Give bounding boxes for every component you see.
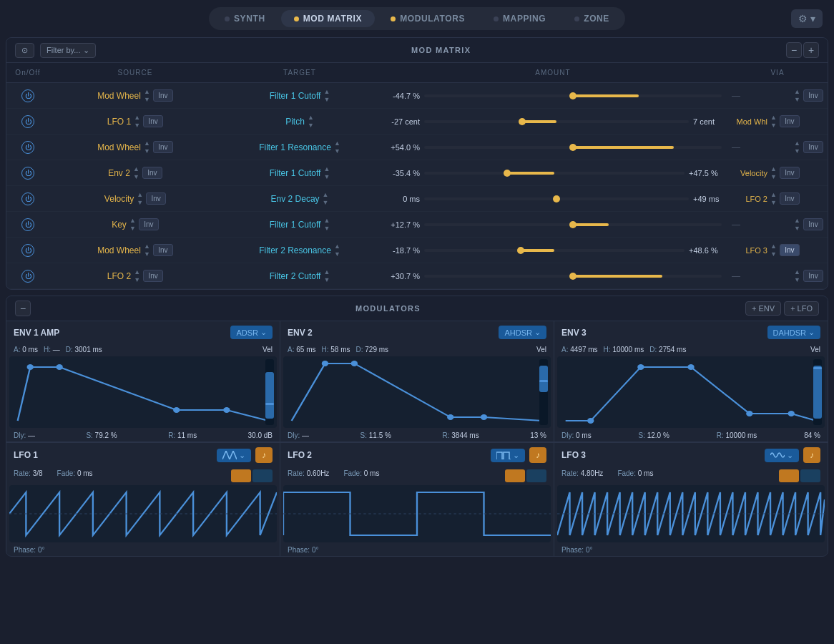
via-arrow-6[interactable]: ▲▼ [794,217,800,232]
tab-zone[interactable]: ZONE [561,10,622,27]
modulators-dot [391,16,396,21]
target-arrow-6[interactable]: ▲▼ [323,217,330,232]
amount-slider-4[interactable] [424,172,685,175]
source-arrow-3[interactable]: ▲▼ [144,140,150,155]
power-button-7[interactable]: ⏻ [21,244,34,257]
env2-type-button[interactable]: AHDSR ⌄ [499,326,546,339]
lfo3-graph[interactable] [557,485,825,542]
gear-button[interactable]: ⚙ ▾ [791,9,823,28]
target-arrow-8[interactable]: ▲▼ [323,268,330,283]
lfo3-type-button[interactable]: ⌄ [765,449,799,462]
target-arrow-5[interactable]: ▲▼ [323,191,329,206]
via-arrow-5[interactable]: ▲▼ [770,191,777,206]
source-arrow-5[interactable]: ▲▼ [137,191,143,206]
table-row: ⏻ Mod Wheel ▲▼ Inv Filter 1 Cutoff ▲▼ [6,83,828,109]
inv-via-3[interactable]: Inv [803,141,823,153]
inv-source-8[interactable]: Inv [143,270,163,282]
lfo2-type-button[interactable]: ⌄ [491,449,525,462]
source-arrow-2[interactable]: ▲▼ [134,114,140,129]
lfo3-fade-a[interactable] [779,469,799,482]
amount-slider-3[interactable] [424,146,722,149]
power-button-6[interactable]: ⏻ [21,218,34,231]
tab-modulators[interactable]: MODULATORS [378,10,478,27]
env2-params-top: A: 65 ms H: 58 ms D: 729 ms Vel [280,343,554,355]
env3-graph[interactable] [557,356,825,428]
inv-source-3[interactable]: Inv [153,141,173,153]
lfo1-type-button[interactable]: ⌄ [217,449,251,462]
lfo2-fade-a[interactable] [505,469,525,482]
mod-minus-button[interactable]: − [15,301,31,316]
inv-source-2[interactable]: Inv [143,115,163,127]
via-arrow-7[interactable]: ▲▼ [770,243,777,258]
env3-type-button[interactable]: DAHDSR ⌄ [767,326,820,339]
source-arrow-7[interactable]: ▲▼ [144,243,150,258]
power-button-2[interactable]: ⏻ [21,115,34,128]
lfo1-note-button[interactable]: ♪ [255,447,273,463]
panels: ⊙ Filter by... ⌄ MOD MATRIX − + On/Off S… [0,37,834,562]
lfo3-note-button[interactable]: ♪ [803,447,820,463]
target-arrow-4[interactable]: ▲▼ [323,165,330,180]
tab-synth[interactable]: SYNTH [212,10,278,27]
power-button-8[interactable]: ⏻ [21,270,34,283]
env2-graph[interactable] [283,356,551,428]
env1-type-button[interactable]: ADSR ⌄ [230,326,273,339]
amount-slider-8[interactable] [424,275,722,278]
env1-graph[interactable] [9,356,277,428]
inv-via-1[interactable]: Inv [803,89,823,102]
inv-via-6[interactable]: Inv [803,218,823,230]
power-button-1[interactable]: ⏻ [21,89,34,102]
matrix-table: On/Off SOURCE TARGET AMOUNT VIA ⏻ Mod Wh… [6,63,828,289]
lfo1-fade-a[interactable] [231,469,251,482]
minus-button[interactable]: − [786,42,802,58]
lfo2-fade-b[interactable] [526,469,546,482]
power-button-5[interactable]: ⏻ [21,192,34,205]
source-arrow-6[interactable]: ▲▼ [129,217,136,232]
target-arrow-3[interactable]: ▲▼ [334,140,340,155]
filter-by-button[interactable]: Filter by... ⌄ [40,43,96,58]
lfo1-graph[interactable] [9,485,277,542]
add-lfo-button[interactable]: + LFO [784,301,819,316]
via-arrow-8[interactable]: ▲▼ [794,268,800,283]
amount-slider-1[interactable] [424,94,722,97]
inv-source-7[interactable]: Inv [153,244,173,256]
power-button-3[interactable]: ⏻ [21,141,34,154]
inv-source-5[interactable]: Inv [146,192,166,205]
via-arrow-1[interactable]: ▲▼ [794,88,800,103]
lfo1-fade-b[interactable] [252,469,273,482]
inv-via-2[interactable]: Inv [780,115,800,127]
amount-slider-7[interactable] [424,249,685,252]
amount-slider-2[interactable] [424,120,689,123]
via-arrow-4[interactable]: ▲▼ [770,165,777,180]
lfo2-note-button[interactable]: ♪ [529,447,546,463]
target-arrow-2[interactable]: ▲▼ [308,114,314,129]
lfo2-graph[interactable] [283,485,551,542]
lfo2-params: Rate: 0.60Hz Fade: 0 ms [280,467,554,484]
modulators-title: MODULATORS [31,304,745,313]
amount-slider-6[interactable] [424,223,722,226]
target-arrow-1[interactable]: ▲▼ [323,88,330,103]
inv-source-4[interactable]: Inv [142,167,162,179]
chevron-icon: ⌄ [239,451,245,460]
source-arrow-8[interactable]: ▲▼ [134,268,140,283]
inv-via-4[interactable]: Inv [780,167,800,179]
target-arrow-7[interactable]: ▲▼ [334,243,340,258]
inv-via-8[interactable]: Inv [803,270,823,282]
power-button-4[interactable]: ⏻ [21,167,34,180]
inv-source-6[interactable]: Inv [139,218,159,230]
amount-slider-5[interactable] [424,197,689,200]
tab-mapping[interactable]: MAPPING [481,10,559,27]
source-arrow-4[interactable]: ▲▼ [133,165,139,180]
plus-button[interactable]: + [803,42,819,58]
lfo3-fade-b[interactable] [800,469,820,482]
env2-params-bottom: Dly: — S: 11.5 % R: 3844 ms 13 % [280,429,554,441]
add-env-button[interactable]: + ENV [745,301,781,316]
inv-via-5[interactable]: Inv [780,192,800,205]
inv-via-7[interactable]: Inv [780,244,800,256]
inv-source-1[interactable]: Inv [153,89,173,102]
env3-params-bottom: Dly: 0 ms S: 12.0 % R: 10000 ms 84 % [554,429,828,441]
via-arrow-2[interactable]: ▲▼ [770,114,777,129]
source-arrow-1[interactable]: ▲▼ [144,88,150,103]
filter-icon-btn[interactable]: ⊙ [15,43,34,58]
via-arrow-3[interactable]: ▲▼ [794,140,800,155]
tab-mod-matrix[interactable]: MOD MATRIX [281,10,375,27]
